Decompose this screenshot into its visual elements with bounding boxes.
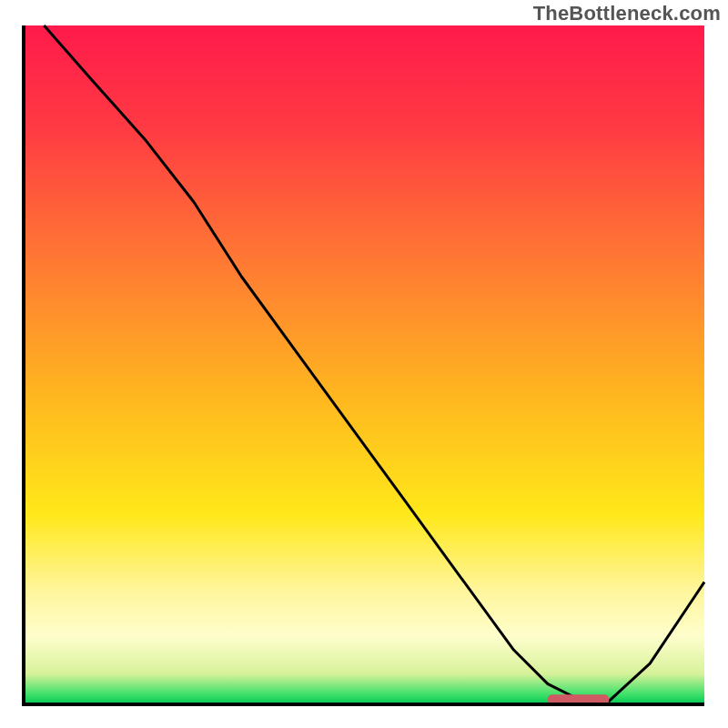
gradient-background — [24, 25, 704, 704]
chart-container: TheBottleneck.com — [0, 0, 728, 728]
bottleneck-chart — [0, 0, 728, 728]
watermark-text: TheBottleneck.com — [533, 2, 721, 25]
